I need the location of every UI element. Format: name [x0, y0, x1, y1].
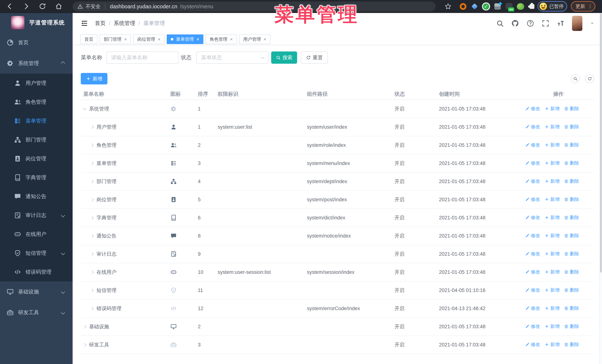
- collapse-row-icon[interactable]: [83, 107, 86, 110]
- scrollbar-thumb[interactable]: [600, 13, 602, 272]
- delete-link[interactable]: 删除: [564, 105, 579, 112]
- orange-ring-extension-icon[interactable]: [459, 2, 467, 10]
- sidebar-item-post[interactable]: 岗位管理: [0, 149, 73, 168]
- collapse-sidebar-button[interactable]: [80, 19, 88, 27]
- edit-link[interactable]: 修改: [525, 305, 540, 311]
- add-link[interactable]: 新增: [545, 341, 559, 348]
- search-button[interactable]: [496, 20, 504, 27]
- add-link[interactable]: 新增: [545, 269, 559, 275]
- add-link[interactable]: 新增: [545, 323, 559, 329]
- tab-role[interactable]: 角色管理×: [206, 34, 237, 44]
- tab-home[interactable]: 首页: [80, 34, 97, 44]
- expand-row-icon[interactable]: [90, 307, 94, 310]
- expand-row-icon[interactable]: [83, 343, 86, 346]
- delete-link[interactable]: 删除: [564, 323, 579, 329]
- menu-status-select[interactable]: 菜单状态: [196, 52, 269, 64]
- window-scrollbar[interactable]: [599, 13, 602, 364]
- delete-link[interactable]: 删除: [564, 287, 579, 293]
- green-check-extension-icon[interactable]: ✓: [482, 2, 490, 10]
- edit-link[interactable]: 修改: [525, 269, 540, 275]
- menu-name-input[interactable]: [106, 52, 179, 64]
- delete-link[interactable]: 删除: [564, 124, 579, 130]
- add-link[interactable]: 新增: [545, 287, 559, 293]
- expand-row-icon[interactable]: [90, 252, 94, 256]
- delete-link[interactable]: 删除: [564, 269, 579, 275]
- close-icon[interactable]: ×: [196, 37, 199, 42]
- sidebar-item-system[interactable]: 系统管理: [0, 53, 73, 74]
- github-button[interactable]: [511, 20, 519, 27]
- question-button[interactable]: [527, 20, 534, 27]
- tab-user[interactable]: 用户管理×: [239, 34, 270, 44]
- puzzle-extension-icon[interactable]: [528, 2, 536, 10]
- sidebar-item-sms[interactable]: 短信管理: [0, 244, 73, 262]
- font-size-button[interactable]: [557, 20, 565, 27]
- forward-button[interactable]: [22, 2, 30, 10]
- tab-dept[interactable]: 部门管理×: [100, 34, 131, 44]
- add-link[interactable]: 新增: [545, 105, 559, 112]
- home-button[interactable]: [55, 2, 63, 10]
- add-link[interactable]: 新增: [545, 305, 559, 311]
- edit-link[interactable]: 修改: [525, 196, 540, 202]
- sidebar-item-user[interactable]: 用户管理: [0, 74, 73, 93]
- browser-update-button[interactable]: 更新: [571, 1, 595, 11]
- sidebar-item-audit-log[interactable]: 审计日志: [0, 206, 73, 225]
- edit-link[interactable]: 修改: [525, 341, 540, 348]
- refresh-table-button[interactable]: [585, 74, 594, 83]
- delete-link[interactable]: 删除: [564, 251, 579, 257]
- user-menu-caret-icon[interactable]: [590, 21, 595, 26]
- edit-link[interactable]: 修改: [525, 160, 540, 166]
- tab-post[interactable]: 岗位管理×: [133, 34, 164, 44]
- close-icon[interactable]: ×: [124, 37, 127, 42]
- reload-button[interactable]: [39, 2, 46, 10]
- sidebar-item-dict[interactable]: 字典管理: [0, 168, 73, 187]
- address-bar[interactable]: 不安全 dashboard.yudao.iocoder.cn/system/me…: [73, 1, 436, 11]
- expand-row-icon[interactable]: [90, 180, 94, 183]
- sidebar-item-online-user[interactable]: 在线用户: [0, 225, 73, 244]
- close-icon[interactable]: ×: [230, 37, 233, 42]
- dark-on-extension-icon[interactable]: on: [505, 2, 513, 10]
- expand-row-icon[interactable]: [90, 289, 94, 292]
- add-button[interactable]: 新增: [81, 73, 108, 84]
- tiles-extension-icon[interactable]: [494, 2, 502, 10]
- delete-link[interactable]: 删除: [564, 341, 579, 348]
- close-icon[interactable]: ×: [158, 37, 161, 42]
- sidebar-item-dev-tool[interactable]: 研发工具: [0, 302, 73, 323]
- sidebar-item-notice[interactable]: 通知公告: [0, 187, 73, 206]
- profile-paused-badge[interactable]: 已暂停: [538, 1, 567, 11]
- add-link[interactable]: 新增: [545, 196, 559, 202]
- search-button[interactable]: 搜索: [271, 52, 297, 64]
- add-link[interactable]: 新增: [545, 124, 559, 130]
- close-icon[interactable]: ×: [264, 37, 266, 42]
- frog-extension-icon[interactable]: [516, 2, 525, 10]
- sidebar-item-home[interactable]: 首页: [0, 32, 73, 53]
- add-link[interactable]: 新增: [545, 160, 559, 166]
- expand-row-icon[interactable]: [90, 234, 94, 238]
- delete-link[interactable]: 删除: [564, 214, 579, 220]
- sidebar-item-error-code[interactable]: 错误码管理: [0, 262, 73, 281]
- breadcrumb-item[interactable]: 系统管理: [114, 20, 135, 27]
- bookmark-star-icon[interactable]: [444, 3, 452, 10]
- edit-link[interactable]: 修改: [525, 233, 540, 239]
- expand-row-icon[interactable]: [90, 144, 94, 147]
- fullscreen-button[interactable]: [542, 20, 549, 27]
- sidebar-item-dept[interactable]: 部门管理: [0, 130, 73, 149]
- expand-row-icon[interactable]: [90, 270, 94, 274]
- user-avatar[interactable]: [572, 16, 582, 31]
- blue-gem-extension-icon[interactable]: [471, 2, 479, 10]
- sidebar-item-role[interactable]: 角色管理: [0, 93, 73, 112]
- edit-link[interactable]: 修改: [525, 251, 540, 257]
- add-link[interactable]: 新增: [545, 214, 559, 220]
- add-link[interactable]: 新增: [545, 178, 559, 184]
- reset-button[interactable]: 重置: [301, 52, 328, 64]
- browser-menu-dots-icon[interactable]: [587, 3, 593, 9]
- add-link[interactable]: 新增: [545, 251, 559, 257]
- toggle-search-button[interactable]: [571, 74, 580, 83]
- expand-row-icon[interactable]: [90, 125, 94, 129]
- expand-row-icon[interactable]: [90, 162, 94, 165]
- expand-row-icon[interactable]: [90, 216, 94, 219]
- delete-link[interactable]: 删除: [564, 233, 579, 239]
- edit-link[interactable]: 修改: [525, 105, 540, 112]
- app-logo[interactable]: 芋道管理系统: [0, 13, 73, 32]
- delete-link[interactable]: 删除: [564, 196, 579, 202]
- edit-link[interactable]: 修改: [525, 287, 540, 293]
